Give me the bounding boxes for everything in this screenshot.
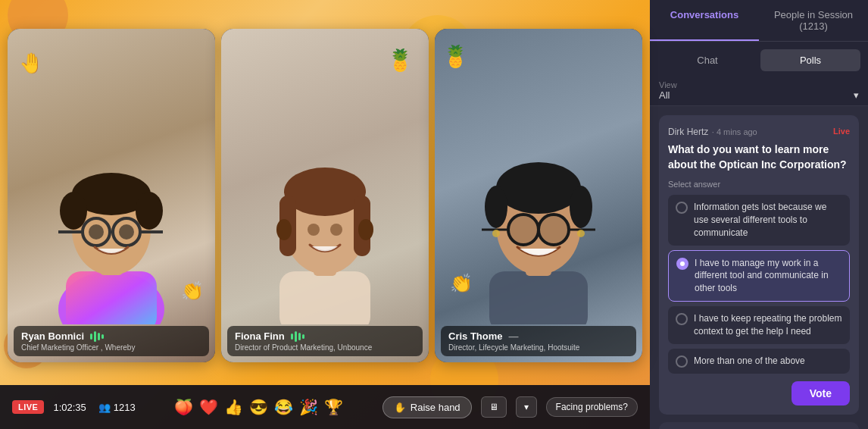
live-badge: LIVE (12, 400, 44, 414)
screen-share-button[interactable]: 🖥 (481, 396, 507, 418)
poll-question: What do you want to learn more about the… (668, 142, 850, 172)
emoji-laugh[interactable]: 😂 (274, 398, 293, 416)
chevron-down-icon: ▾ (854, 89, 859, 101)
select-answer-label: Select answer (668, 180, 850, 189)
main-tabs-header: Conversations People in Session (1213) (650, 0, 868, 42)
poll-option-1[interactable]: Information gets lost because we use sev… (668, 195, 850, 245)
viewer-count: 👥 1213 (98, 402, 136, 413)
poll-card-secondary: Dirk Hertz · 4 mins ago Live (659, 422, 859, 429)
emoji-heart[interactable]: ❤️ (199, 398, 218, 416)
emoji-overlay-pineapple: 🍍 (387, 48, 414, 73)
speaker-name: Fiona Finn (235, 330, 415, 342)
svg-point-31 (539, 214, 569, 245)
emoji-overlay-clap2: 👏 (450, 273, 473, 294)
speaker-title: Director, Lifecycle Marketing, Hootsuite (448, 343, 629, 352)
viewers-icon: 👥 (98, 402, 111, 413)
emoji-reaction-bar: 🍑 ❤️ 👍 😎 😂 🎉 🏆 (145, 398, 373, 416)
radio-option-4 (676, 355, 688, 368)
sound-waves (291, 331, 304, 342)
sub-tab-chat[interactable]: Chat (657, 49, 757, 71)
raise-hand-icon: ✋ (394, 402, 406, 413)
svg-point-12 (89, 224, 104, 240)
poll-card-main: Dirk Hertz · 4 mins ago Live What do you… (659, 115, 859, 415)
poll-options: Information gets lost because we use sev… (668, 195, 850, 373)
tab-conversations[interactable]: Conversations (650, 0, 759, 41)
person-cris (478, 112, 599, 324)
vote-button[interactable]: Vote (792, 381, 850, 406)
poll-option-2[interactable]: I have to manage my work in a different … (668, 250, 850, 302)
svg-point-37 (577, 230, 585, 237)
person-fiona (264, 112, 386, 324)
svg-point-30 (508, 214, 539, 245)
emoji-thumbsup[interactable]: 👍 (224, 398, 243, 416)
video-card-cris: 🍍 👏 Cris Thome — Director, Lifecycle Mar… (435, 29, 642, 362)
svg-point-22 (308, 224, 320, 236)
radio-option-2 (676, 258, 688, 270)
poll-option-4[interactable]: More than one of the above (668, 349, 850, 374)
svg-point-5 (60, 192, 87, 230)
option-text-1: Information gets lost because we use sev… (694, 201, 842, 239)
option-text-4: More than one of the above (694, 355, 805, 368)
view-filter: View All ▾ (650, 76, 868, 106)
svg-point-27 (496, 162, 581, 214)
speaker-name: Ryan Bonnici (21, 330, 201, 342)
svg-point-36 (492, 230, 500, 237)
svg-point-13 (119, 224, 134, 240)
speaker-title: Chief Marketing Officer , Whereby (21, 343, 201, 352)
sub-tabs: Chat Polls (650, 42, 868, 76)
sound-waves (90, 331, 104, 342)
svg-rect-24 (489, 271, 588, 324)
svg-point-6 (136, 192, 163, 230)
emoji-overlay-hand: 🤚 (19, 52, 43, 75)
emoji-peach[interactable]: 🍑 (174, 398, 193, 416)
vote-row: Vote (668, 381, 850, 406)
screen-share-icon: 🖥 (489, 402, 498, 412)
timer: 1:02:35 (53, 402, 86, 413)
svg-point-23 (330, 224, 342, 236)
emoji-sunglasses[interactable]: 😎 (249, 398, 268, 416)
speaker-bar-ryan: Ryan Bonnici Chief Marketing Officer , W… (14, 326, 209, 356)
poll-header: Dirk Hertz · 4 mins ago Live (668, 124, 850, 138)
speaker-title: Director of Product Marketing, Unbounce (235, 343, 415, 352)
svg-point-17 (284, 168, 366, 216)
option-text-3: I have to keep repeating the problem con… (694, 312, 842, 338)
speaker-name: Cris Thome — (448, 330, 629, 342)
right-panel: Conversations People in Session (1213) C… (650, 0, 868, 429)
emoji-overlay-pineapple2: 🍍 (442, 44, 469, 69)
poll-content: Dirk Hertz · 4 mins ago Live What do you… (650, 106, 868, 429)
speaker-bar-fiona: Fiona Finn Director of Product Marketing… (227, 326, 423, 356)
facing-problems-button[interactable]: Facing problems? (546, 397, 638, 417)
sub-tab-polls[interactable]: Polls (760, 49, 860, 71)
svg-rect-14 (279, 271, 370, 324)
svg-point-20 (276, 219, 292, 240)
emoji-overlay-clap: 👏 (181, 280, 204, 302)
video-card-fiona: 🍍 Fiona Finn Director of Product Marketi… (221, 29, 429, 362)
svg-point-21 (358, 219, 373, 240)
svg-rect-1 (66, 271, 157, 324)
option-text-2: I have to manage my work in a different … (695, 257, 841, 295)
radio-option-1 (676, 202, 688, 214)
raise-hand-button[interactable]: ✋ Raise hand (382, 396, 472, 418)
radio-option-3 (676, 313, 688, 325)
screen-share-dropdown[interactable]: ▾ (516, 396, 537, 418)
video-card-ryan: 🤚 👏 Ryan Bonnici Chief Marketing Officer… (8, 29, 215, 362)
poll-option-3[interactable]: I have to keep repeating the problem con… (668, 306, 850, 344)
bottom-bar: LIVE 1:02:35 👥 1213 🍑 ❤️ 👍 😎 😂 🎉 🏆 ✋ Rai… (0, 385, 650, 429)
speaker-bar-cris: Cris Thome — Director, Lifecycle Marketi… (441, 326, 636, 356)
emoji-trophy[interactable]: 🏆 (324, 398, 343, 416)
svg-point-28 (485, 186, 507, 228)
video-cards-container: 🤚 👏 Ryan Bonnici Chief Marketing Officer… (8, 15, 642, 376)
emoji-party[interactable]: 🎉 (299, 398, 318, 416)
svg-point-29 (570, 186, 592, 228)
poll-author-time: Dirk Hertz · 4 mins ago (668, 124, 757, 138)
tab-people-in-session[interactable]: People in Session (1213) (759, 0, 868, 41)
view-select-dropdown[interactable]: All ▾ (659, 89, 859, 101)
person-ryan (51, 112, 172, 324)
video-panel: 🤚 👏 Ryan Bonnici Chief Marketing Officer… (0, 0, 650, 429)
